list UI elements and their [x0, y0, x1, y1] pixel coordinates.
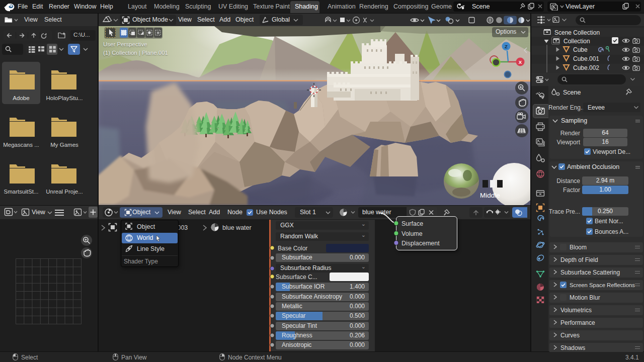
- svg-text:X: X: [519, 59, 522, 65]
- svg-text:Middle: Middle: [480, 192, 500, 199]
- svg-text:Z: Z: [505, 44, 508, 49]
